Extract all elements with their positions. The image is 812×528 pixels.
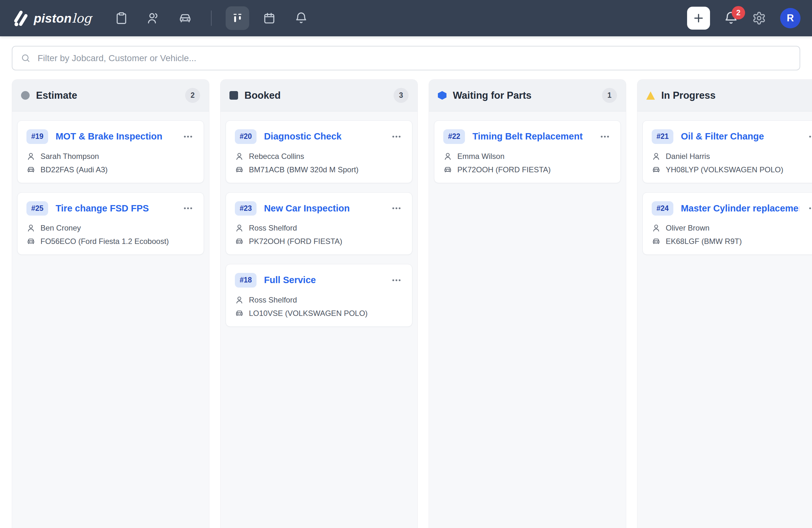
customer-name: Ben Croney bbox=[41, 224, 81, 232]
column-header: Booked 3 bbox=[220, 80, 418, 111]
jobcard-title-link[interactable]: Master Cylinder replacement bbox=[681, 203, 799, 214]
jobcard[interactable]: #22 Timing Belt Replacement Emma Wilson bbox=[434, 120, 621, 183]
status-triangle-icon bbox=[646, 91, 655, 100]
nav-bell-button[interactable] bbox=[289, 6, 313, 30]
kanban-column: Waiting for Parts 1 #22 Timing Belt Repl… bbox=[429, 79, 626, 528]
vehicle-info: LO10VSE (VOLKSWAGEN POLO) bbox=[249, 309, 368, 318]
customer-name: Ross Shelford bbox=[249, 224, 297, 232]
jobcard-id-badge: #18 bbox=[235, 273, 257, 288]
car-icon bbox=[652, 237, 661, 246]
user-icon bbox=[443, 152, 452, 161]
user-icon bbox=[27, 152, 35, 161]
jobcard-title-link[interactable]: Tire change FSD FPS bbox=[56, 203, 174, 214]
jobcard-header: #24 Master Cylinder replacement bbox=[652, 201, 812, 216]
column-cards: #19 MOT & Brake Inspection Sarah Thompso… bbox=[12, 111, 209, 273]
column-header: Estimate 2 bbox=[12, 80, 209, 111]
status-circle-icon bbox=[21, 91, 30, 100]
jobcard[interactable]: #20 Diagnostic Check Rebecca Collins bbox=[226, 120, 412, 183]
nav-divider bbox=[211, 11, 212, 26]
jobcard-meta: Emma Wilson PK72OOH (FORD FIESTA) bbox=[443, 152, 611, 174]
jobcard-header: #20 Diagnostic Check bbox=[235, 129, 403, 144]
vehicle-info: BM71ACB (BMW 320d M Sport) bbox=[249, 165, 359, 174]
jobcard-title-link[interactable]: New Car Inspection bbox=[264, 203, 382, 214]
logo[interactable]: pistonlog bbox=[12, 10, 92, 27]
jobcard-menu-button[interactable] bbox=[390, 274, 403, 287]
ellipsis-icon bbox=[599, 131, 610, 142]
column-title: Estimate bbox=[36, 90, 179, 101]
column-count-badge: 1 bbox=[602, 88, 617, 103]
jobcard-header: #25 Tire change FSD FPS bbox=[27, 201, 195, 216]
car-icon bbox=[235, 309, 244, 318]
jobcard-title-link[interactable]: Diagnostic Check bbox=[264, 131, 382, 142]
car-icon bbox=[235, 165, 244, 174]
customers-nav-button[interactable] bbox=[142, 6, 165, 30]
search-box bbox=[12, 46, 800, 70]
ellipsis-icon bbox=[391, 131, 402, 142]
jobcard-menu-button[interactable] bbox=[181, 130, 195, 143]
jobcard-id-badge: #24 bbox=[652, 201, 673, 216]
jobcard[interactable]: #18 Full Service Ross Shelford bbox=[226, 264, 412, 327]
notification-count-badge: 2 bbox=[732, 6, 745, 19]
jobcard-menu-button[interactable] bbox=[390, 201, 403, 215]
kanban-board-nav-button[interactable] bbox=[226, 6, 249, 30]
jobcard-menu-button[interactable] bbox=[390, 130, 403, 143]
column-cards: #21 Oil & Filter Change Daniel Harris bbox=[637, 111, 812, 273]
clipboard-icon bbox=[115, 12, 128, 25]
ellipsis-icon bbox=[808, 203, 812, 214]
jobcard-title-link[interactable]: Oil & Filter Change bbox=[681, 131, 799, 142]
jobcards-nav-button[interactable] bbox=[110, 6, 133, 30]
user-icon bbox=[235, 224, 244, 232]
jobcard-header: #21 Oil & Filter Change bbox=[652, 129, 812, 144]
column-cards: #22 Timing Belt Replacement Emma Wilson bbox=[429, 111, 626, 201]
jobcard-meta: Sarah Thompson BD22FAS (Audi A3) bbox=[27, 152, 195, 174]
jobcard-menu-button[interactable] bbox=[181, 201, 195, 215]
jobcard[interactable]: #23 New Car Inspection Ross Shelford bbox=[226, 192, 412, 255]
kanban-column: In Progress #21 Oil & Filter Change Dani… bbox=[637, 79, 812, 528]
customer-row: Emma Wilson bbox=[443, 152, 611, 161]
vehicle-row: PK72OOH (FORD FIESTA) bbox=[443, 165, 611, 174]
notifications-button[interactable]: 2 bbox=[724, 11, 738, 25]
vehicle-row: YH08LYP (VOLKSWAGEN POLO) bbox=[652, 165, 812, 174]
ellipsis-icon bbox=[183, 131, 193, 142]
jobcard[interactable]: #19 MOT & Brake Inspection Sarah Thompso… bbox=[17, 120, 204, 183]
vehicle-info: EK68LGF (BMW R9T) bbox=[666, 237, 742, 246]
jobcard-meta: Ben Croney FO56ECO (Ford Fiesta 1.2 Ecob… bbox=[27, 224, 195, 246]
jobcard-title-link[interactable]: Full Service bbox=[264, 275, 382, 285]
jobcard[interactable]: #21 Oil & Filter Change Daniel Harris bbox=[642, 120, 812, 183]
kanban-board-icon bbox=[231, 12, 244, 25]
search-icon bbox=[21, 53, 31, 63]
customer-row: Ben Croney bbox=[27, 224, 195, 232]
jobcard-title-link[interactable]: Timing Belt Replacement bbox=[472, 131, 591, 142]
gear-icon bbox=[752, 11, 766, 25]
column-title: Booked bbox=[244, 90, 387, 101]
vehicle-row: BM71ACB (BMW 320d M Sport) bbox=[235, 165, 403, 174]
vehicle-info: BD22FAS (Audi A3) bbox=[41, 165, 108, 174]
vehicle-info: FO56ECO (Ford Fiesta 1.2 Ecoboost) bbox=[41, 237, 169, 246]
column-title: In Progress bbox=[661, 90, 812, 101]
column-count-badge: 3 bbox=[394, 88, 408, 103]
jobcard-menu-button[interactable] bbox=[598, 130, 611, 143]
customers-icon bbox=[147, 12, 160, 25]
filter-input[interactable] bbox=[37, 53, 791, 64]
vehicles-nav-button[interactable] bbox=[173, 6, 197, 30]
jobcard-title-link[interactable]: MOT & Brake Inspection bbox=[56, 131, 174, 142]
customer-name: Oliver Brown bbox=[666, 224, 709, 232]
plus-icon bbox=[692, 12, 705, 25]
column-header: In Progress bbox=[637, 80, 812, 111]
create-new-button[interactable] bbox=[687, 7, 710, 30]
jobcard[interactable]: #24 Master Cylinder replacement Oliver B… bbox=[642, 192, 812, 255]
settings-button[interactable] bbox=[752, 11, 766, 25]
jobcard-header: #23 New Car Inspection bbox=[235, 201, 403, 216]
kanban-column: Estimate 2 #19 MOT & Brake Inspection Sa… bbox=[12, 79, 209, 528]
customer-row: Oliver Brown bbox=[652, 224, 812, 232]
user-avatar[interactable]: R bbox=[780, 8, 800, 28]
jobcard-menu-button[interactable] bbox=[807, 201, 812, 215]
jobcard-meta: Ross Shelford LO10VSE (VOLKSWAGEN POLO) bbox=[235, 296, 403, 318]
jobcard-menu-button[interactable] bbox=[807, 130, 812, 143]
kanban-board: Estimate 2 #19 MOT & Brake Inspection Sa… bbox=[0, 79, 812, 528]
jobcard-id-badge: #25 bbox=[27, 201, 48, 216]
navbar-left: pistonlog bbox=[12, 6, 313, 30]
jobcard[interactable]: #25 Tire change FSD FPS Ben Croney bbox=[17, 192, 204, 255]
calendar-nav-button[interactable] bbox=[258, 6, 281, 30]
customer-row: Sarah Thompson bbox=[27, 152, 195, 161]
